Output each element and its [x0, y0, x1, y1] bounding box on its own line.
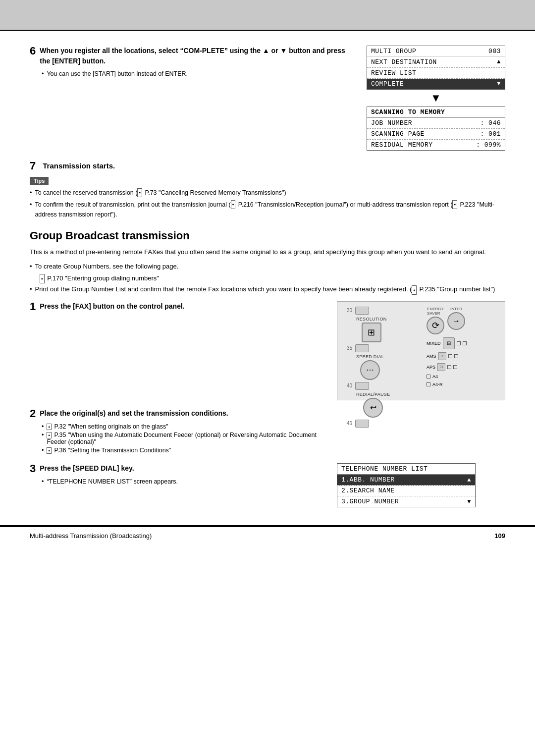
page-footer: Multi-address Transmission (Broadcasting…: [0, 526, 535, 544]
page-content: 6 When you register all the locations, s…: [0, 30, 535, 526]
panel-row-45: 45: [342, 420, 422, 428]
group-broadcast-heading: Group Broadcast transmission: [30, 229, 505, 242]
gb-bullet-2-text: Print out the Group Number List and conf…: [35, 284, 495, 295]
tips-label: Tips: [30, 177, 49, 185]
tips-item-1: • To cancel the reserved transmission (▪…: [30, 188, 505, 198]
gb-bullet-dot-2: •: [30, 284, 32, 295]
redial-group: REDIAL/PAUSE ↩: [356, 392, 390, 418]
step7-section: 7 Transmission starts.: [30, 161, 505, 172]
tel-lcd-abb-arrow: ▲: [467, 477, 471, 484]
lcd1-nextdest-label: NEXT DESTINATION: [371, 58, 437, 66]
panel-left: 30 RESOLUTION ⊞ 35: [342, 307, 422, 395]
redial-button[interactable]: ↩: [363, 398, 383, 418]
energy-saver-button[interactable]: ⟳: [427, 317, 444, 334]
resolution-btn-group: RESOLUTION ⊞: [356, 317, 387, 342]
lcd1-reviewlist-label: REVIEW LIST: [371, 69, 416, 77]
top-bar: [0, 0, 535, 30]
footer-left-text: Multi-address Transmission (Broadcasting…: [30, 532, 152, 540]
gb-step2-left: 2 Place the original(s) and set the tran…: [30, 408, 327, 456]
speed-dial-group: SPEED DIAL ⋯: [356, 354, 384, 380]
gb-step3-body: • “TELEPHONE NUMBER LIST” screen appears…: [42, 478, 327, 485]
lcd2-scanpage-label: SCANNING PAGE: [371, 130, 425, 138]
gb-step3-row: 3 Press the [SPEED DIAL] key. • “TELEPHO…: [30, 463, 505, 507]
gb-step1-number: 1: [30, 301, 36, 312]
resolution-group: RESOLUTION ⊞: [356, 317, 387, 342]
gb-step2-heading: Place the original(s) and set the transm…: [40, 408, 228, 419]
step6-right: MULTI GROUP 003 NEXT DESTINATION ▲ REVIE…: [367, 46, 505, 151]
lcd1-nextdest-arrow: ▲: [497, 58, 501, 66]
energy-saver-group: ENERGYSAVER ⟳: [427, 307, 444, 334]
panel-right: ENERGYSAVER ⟳ INTER →: [427, 307, 496, 395]
arrow-down: ▼: [430, 92, 441, 105]
panel-num-40: 40: [342, 383, 352, 388]
lcd1-row-nextdest: NEXT DESTINATION ▲: [367, 57, 505, 68]
gb-step2-bullet2-text: ▪ P.35 "When using the Automatic Documen…: [47, 432, 327, 445]
aps-row: APS □: [427, 363, 457, 371]
lcd2-scanning-label: SCANNING TO MEMORY: [371, 108, 445, 116]
lcd1-row-complete: COMPLETE ▼: [367, 79, 505, 89]
panel-row-30: 30: [342, 307, 422, 315]
gb-step1-heading: Press the [FAX] button on the control pa…: [40, 301, 184, 312]
redial-btn-group: REDIAL/PAUSE ↩: [356, 392, 390, 418]
mixed-size-checkbox2: [463, 341, 467, 345]
lcd1-row-reviewlist: REVIEW LIST: [367, 68, 505, 79]
inter-group: INTER →: [447, 307, 465, 330]
step6-number: 6: [30, 46, 36, 56]
a4r-label: A4-R: [432, 382, 443, 387]
group-broadcast-intro: This is a method of pre-entering remote …: [30, 247, 505, 258]
gb-sub-ref-1: ▪ P.170 "Entering group dialing numbers": [40, 273, 159, 284]
tips-section: Tips • To cancel the reserved transmissi…: [30, 177, 505, 219]
resolution-button[interactable]: ⊞: [362, 323, 381, 342]
step6-body: • You can use the [START] button instead…: [42, 70, 352, 77]
gb-bullet-dot-1: •: [30, 261, 32, 272]
panel-btn-40[interactable]: [355, 382, 369, 390]
mixed-size-icon: ⊟: [443, 337, 455, 349]
step6-heading: When you register all the locations, sel…: [40, 46, 352, 66]
energy-saver-icon: ⟳: [432, 320, 439, 331]
gb-step2-bullet3-text: ▪ P.36 "Setting the Transmission Conditi…: [47, 447, 171, 454]
lcd1-complete-arrow: ▼: [497, 80, 501, 88]
gb-bullet-2: • Print out the Group Number List and co…: [30, 284, 505, 295]
lcd2-row-scanpage: SCANNING PAGE : 001: [367, 129, 505, 140]
inter-icon: →: [452, 317, 460, 325]
a4-label: A4: [432, 374, 438, 379]
ams-icon: ↕: [438, 352, 446, 360]
ams-row: AMS ↕: [427, 352, 458, 360]
tel-lcd-row-abb: 1.ABB. NUMBER ▲: [337, 475, 475, 486]
tel-lcd-search-label: 2.SEARCH NAME: [341, 487, 395, 494]
panel-btn-35[interactable]: [355, 344, 369, 352]
tips-item-1-text: To cancel the reserved transmission (▪ P…: [35, 188, 286, 198]
speed-dial-button[interactable]: ⋯: [360, 360, 380, 380]
tel-lcd-row-search: 2.SEARCH NAME: [337, 486, 475, 496]
inter-button[interactable]: →: [447, 312, 465, 330]
gb-step3-right: TELEPHONE NUMBER LIST 1.ABB. NUMBER ▲ 2.…: [337, 463, 505, 507]
lcd2-jobnumber-value: : 046: [480, 119, 501, 127]
step6-bullet1-text: You can use the [START] button instead o…: [47, 70, 188, 77]
a4r-checkbox: [427, 382, 430, 386]
redial-label: REDIAL/PAUSE: [356, 392, 390, 397]
tel-lcd-row-group: 3.GROUP NUMBER ▼: [337, 496, 475, 507]
gb-step3-bullet1-text: “TELEPHONE NUMBER LIST” screen appears.: [47, 478, 178, 485]
ams-label: AMS: [427, 354, 436, 359]
tel-lcd-group-arrow: ▼: [467, 498, 471, 505]
panel-row-40: 40: [342, 382, 422, 390]
step6-left: 6 When you register all the locations, s…: [30, 46, 352, 151]
lcd2-residual-value: : 099%: [476, 141, 501, 149]
panel-btn-45[interactable]: [355, 420, 369, 428]
energy-saver-label: ENERGYSAVER: [427, 307, 444, 316]
aps-checkbox2: [453, 365, 457, 369]
panel-num-30: 30: [342, 308, 352, 313]
gb-step2-number: 2: [30, 408, 36, 419]
mixed-size-checkbox: [457, 341, 461, 345]
tips-bullet-dot-2: •: [30, 200, 32, 219]
gb-step2-heading-row: 2 Place the original(s) and set the tran…: [30, 408, 327, 419]
a4-checkbox: [427, 375, 430, 378]
gb-step2-bullet1: • ▪ P.32 "When setting originals on the …: [42, 423, 327, 430]
step6-lcd2: SCANNING TO MEMORY JOB NUMBER : 046 SCAN…: [367, 107, 505, 151]
lcd2-jobnumber-label: JOB NUMBER: [371, 119, 412, 127]
gb-step2-bullet1-text: ▪ P.32 "When setting originals on the gl…: [47, 423, 168, 430]
gb-step2-bullet3: • ▪ P.36 "Setting the Transmission Condi…: [42, 447, 327, 454]
gb-sub-bullet-1: ▪ P.170 "Entering group dialing numbers": [40, 273, 505, 284]
a4r-row: A4-R: [427, 382, 443, 387]
panel-btn-30[interactable]: [355, 307, 369, 315]
